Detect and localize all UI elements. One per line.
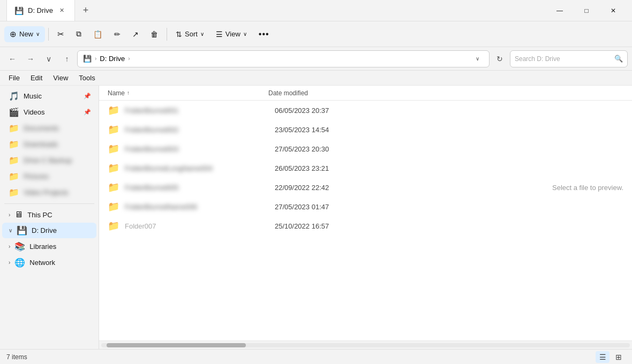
sidebar-item-this-pc[interactable]: › 🖥 This PC: [2, 207, 96, 222]
sidebar-folder1-label: Documents: [24, 124, 91, 132]
libraries-arrow-icon: ›: [9, 244, 10, 249]
file-list: 📁 FolderBlurred001 06/05/2023 20:37 📁 Fo…: [99, 101, 632, 349]
sidebar-item-music[interactable]: 🎵 Music 📌: [2, 88, 96, 104]
address-dropdown-button[interactable]: ∨: [471, 52, 484, 65]
pin-icon: 📌: [84, 93, 91, 100]
status-right: ☰ ⊞: [596, 351, 626, 363]
tab-area: 💾 D: Drive ✕ +: [6, 0, 547, 21]
new-tab-button[interactable]: +: [77, 2, 94, 19]
folder4-icon: 📁: [9, 171, 19, 181]
new-label: New: [19, 30, 33, 38]
sidebar-item-videos[interactable]: 🎬 Videos 📌: [2, 104, 96, 120]
address-separator-icon: ›: [95, 56, 96, 62]
table-row[interactable]: 📁 FolderBlurred003 27/05/2023 20:30: [99, 139, 632, 158]
up-button[interactable]: ↑: [59, 51, 75, 67]
back-button[interactable]: ←: [4, 51, 20, 67]
maximize-button[interactable]: □: [574, 2, 599, 19]
sidebar-item-folder4[interactable]: 📁 Pictures: [2, 169, 96, 184]
table-row[interactable]: 📁 FolderBlurred002 23/05/2023 14:54: [99, 120, 632, 139]
view-label: View: [225, 30, 240, 38]
table-row[interactable]: 📁 FolderBlurred001 06/05/2023 20:37: [99, 101, 632, 120]
sidebar-divider: [4, 203, 94, 204]
table-row[interactable]: 📁 FolderBlurredLongName004 26/05/2023 23…: [99, 158, 632, 178]
copy-icon: ⧉: [76, 29, 81, 39]
paste-button[interactable]: 📋: [88, 27, 108, 42]
forward-button[interactable]: →: [22, 51, 39, 67]
column-name-header[interactable]: Name ↑: [108, 89, 268, 97]
cut-button[interactable]: ✂: [52, 26, 70, 42]
address-drive-name: D: Drive: [100, 55, 125, 63]
file-date-3: 27/05/2023 20:30: [275, 145, 623, 153]
menu-edit[interactable]: Edit: [26, 72, 47, 84]
more-icon: •••: [259, 29, 269, 39]
active-tab[interactable]: 💾 D: Drive ✕: [6, 0, 75, 21]
menu-bar: File Edit View Tools: [0, 71, 632, 86]
view-button[interactable]: ☰ View ∨: [210, 27, 252, 42]
folder1-icon: 📁: [9, 123, 19, 133]
table-row[interactable]: 📁 Folder007 25/10/2022 16:57: [99, 216, 632, 236]
sidebar-this-pc-label: This PC: [27, 211, 91, 219]
new-button[interactable]: ⊕ New ∨: [4, 26, 45, 42]
this-pc-icon: 🖥: [14, 210, 23, 219]
menu-view[interactable]: View: [49, 72, 72, 84]
horizontal-scrollbar[interactable]: [99, 340, 632, 349]
minimize-button[interactable]: —: [547, 2, 572, 19]
tab-close-button[interactable]: ✕: [57, 6, 67, 16]
sidebar-item-network[interactable]: › 🌐 Network: [2, 255, 96, 270]
toolbar-separator-2: [167, 28, 167, 41]
sort-label: Sort: [185, 30, 198, 38]
tiles-view-button[interactable]: ⊞: [612, 351, 626, 363]
menu-file[interactable]: File: [4, 72, 24, 84]
column-date-header[interactable]: Date modified: [268, 89, 490, 97]
sidebar-item-folder3[interactable]: 📁 Drive C Backup: [2, 153, 96, 168]
address-box[interactable]: 💾 › D: Drive › ∨: [77, 50, 490, 67]
sort-chevron-icon: ∨: [200, 31, 204, 37]
column-name-label: Name: [108, 89, 125, 97]
file-icon-1: 📁: [108, 104, 119, 116]
table-row[interactable]: 📁 FolderBlurred005 22/09/2022 22:42 Sele…: [99, 178, 632, 197]
new-chevron-icon: ∨: [36, 31, 40, 37]
close-button[interactable]: ✕: [601, 2, 626, 19]
table-row[interactable]: 📁 FolderBlurredName006 27/05/2023 01:47: [99, 197, 632, 216]
sidebar-item-folder2[interactable]: 📁 Downloads: [2, 136, 96, 152]
refresh-button[interactable]: ↻: [492, 51, 508, 67]
copy-button[interactable]: ⧉: [71, 26, 87, 42]
file-name-3: FolderBlurred003: [125, 145, 275, 153]
file-date-1: 06/05/2023 20:37: [275, 107, 623, 115]
this-pc-arrow-icon: ›: [9, 212, 10, 218]
tab-title: D: Drive: [28, 6, 53, 14]
address-bar-row: ← → ∨ ↑ 💾 › D: Drive › ∨ ↻ Search D: Dri…: [0, 47, 632, 71]
file-date-7: 25/10/2022 16:57: [275, 222, 623, 230]
column-date-label: Date modified: [268, 89, 308, 97]
view-chevron-icon: ∨: [243, 31, 247, 37]
file-icon-3: 📁: [108, 143, 119, 155]
sidebar-item-folder5[interactable]: 📁 Video Projects: [2, 185, 96, 200]
share-icon: ↗: [132, 30, 139, 39]
toolbar: ⊕ New ∨ ✂ ⧉ 📋 ✏ ↗ 🗑 ⇅ Sort ∨ ☰ View ∨ ••…: [0, 21, 632, 47]
toolbar-separator-1: [48, 28, 49, 41]
delete-button[interactable]: 🗑: [145, 27, 163, 42]
details-view-button[interactable]: ☰: [596, 351, 610, 363]
sidebar-item-folder1[interactable]: 📁 Documents: [2, 120, 96, 136]
d-drive-icon: 💾: [17, 225, 27, 236]
file-name-7: Folder007: [125, 222, 275, 230]
rename-button[interactable]: ✏: [109, 27, 126, 42]
sidebar-network-label: Network: [29, 259, 91, 267]
file-date-4: 26/05/2023 23:21: [275, 164, 623, 172]
share-button[interactable]: ↗: [127, 27, 144, 42]
menu-tools[interactable]: Tools: [74, 72, 99, 84]
search-box[interactable]: Search D: Drive 🔍: [510, 50, 628, 67]
file-date-6: 27/05/2023 01:47: [275, 203, 623, 211]
delete-icon: 🗑: [151, 30, 158, 39]
more-button[interactable]: •••: [253, 26, 275, 42]
sidebar-item-d-drive[interactable]: ∨ 💾 D: Drive: [2, 223, 96, 238]
music-icon: 🎵: [9, 91, 19, 101]
recent-locations-button[interactable]: ∨: [41, 51, 57, 67]
sort-button[interactable]: ⇅ Sort ∨: [170, 27, 209, 42]
title-bar: 💾 D: Drive ✕ + — □ ✕: [0, 0, 632, 21]
rename-icon: ✏: [114, 30, 121, 39]
scroll-thumb[interactable]: [107, 343, 246, 347]
sidebar-item-libraries[interactable]: › 📚 Libraries: [2, 239, 96, 254]
file-icon-5: 📁: [108, 181, 119, 193]
network-icon: 🌐: [14, 257, 25, 268]
